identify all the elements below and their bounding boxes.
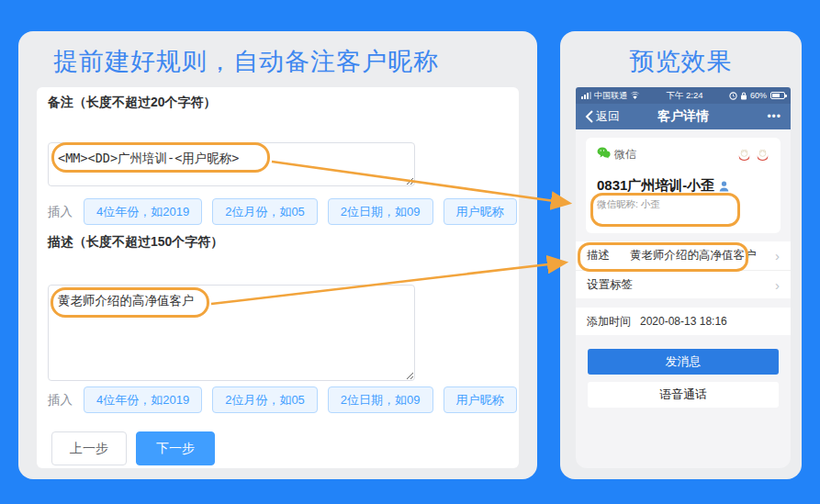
bowl-emoji-icon [737,149,751,161]
battery-icon [770,92,785,99]
signal-strength-icon [581,92,591,99]
remark-insert-row: 插入 4位年份，如2019 2位月份，如05 2位日期，如09 用户昵称 [48,198,517,225]
description-row[interactable]: 描述 黄老师介绍的高净值客户 › [576,241,791,270]
more-menu-button[interactable]: ••• [767,110,781,123]
back-button[interactable]: 返回 [585,108,620,125]
insert-nickname-button[interactable]: 用户昵称 [444,386,517,413]
phone-status-bar: 中国联通 下午 2:24 60% [576,87,791,104]
detail-rows: 描述 黄老师介绍的高净值客户 › 设置标签 › [576,241,791,298]
chevron-left-icon [585,110,593,123]
wizard-footer: 上一步 下一步 [51,431,215,465]
carrier-label: 中国联通 [594,90,627,102]
wechat-nickname: 微信昵称: 小歪 [597,198,769,211]
wechat-icon [597,147,611,159]
wifi-icon [630,92,640,100]
insert-day-button[interactable]: 2位日期，如09 [328,386,433,413]
back-label: 返回 [596,108,620,125]
phone-preview: 中国联通 下午 2:24 60% 返回 客户详情 [576,87,791,468]
insert-label: 插入 [48,392,73,409]
rule-form-card: 备注（长度不超过20个字符） <MM><DD>广州培训-<用户昵称> 插入 4位… [37,87,519,468]
added-time-value: 2020-08-13 18:16 [640,315,727,328]
wechat-label: 微信 [614,147,636,162]
clock-time: 下午 2:24 [643,90,726,102]
insert-month-button[interactable]: 2位月份，如05 [212,198,318,225]
insert-day-button[interactable]: 2位日期，如09 [328,198,433,225]
preview-panel: 预览效果 中国联通 下午 2:24 60% [560,31,802,479]
insert-month-button[interactable]: 2位月份，如05 [212,386,318,413]
insert-year-button[interactable]: 4位年份，如2019 [84,198,202,225]
next-step-button[interactable]: 下一步 [136,431,215,465]
description-label: 描述（长度不超过150个字符） [48,234,223,251]
bowl-emoji-icon [756,149,769,161]
remark-input[interactable]: <MM><DD>广州培训-<用户昵称> [48,142,415,186]
chevron-right-icon: › [775,278,780,292]
customer-name-row: 0831广州培训-小歪 [597,177,769,195]
wechat-profile-card: 微信 [586,138,781,233]
phone-content: 微信 [576,129,791,468]
alarm-clock-icon [729,92,737,100]
chevron-right-icon: › [775,249,780,263]
description-insert-row: 插入 4位年份，如2019 2位月份，如05 2位日期，如09 用户昵称 [48,386,517,413]
phone-nav-bar: 返回 客户详情 ••• [576,104,791,129]
emoji-decorations [737,149,769,161]
added-time-label: 添加时间 [587,314,631,330]
description-row-value: 黄老师介绍的高净值客户 [630,248,757,263]
insert-year-button[interactable]: 4位年份，如2019 [84,386,202,413]
rule-editor-title: 提前建好规则，自动备注客户昵称 [53,45,439,78]
remark-label: 备注（长度不超过20个字符） [48,95,217,111]
insert-nickname-button[interactable]: 用户昵称 [444,198,517,225]
previous-step-button[interactable]: 上一步 [51,431,127,465]
description-row-label: 描述 [587,248,610,263]
added-time-row: 添加时间 2020-08-13 18:16 [576,308,791,335]
customer-name: 0831广州培训-小歪 [597,177,714,195]
battery-percent: 60% [750,91,767,100]
rule-editor-panel: 提前建好规则，自动备注客户昵称 备注（长度不超过20个字符） <MM><DD>广… [18,31,537,479]
set-tags-row[interactable]: 设置标签 › [576,270,791,298]
set-tags-label: 设置标签 [587,277,633,293]
orientation-lock-icon [740,92,747,100]
voice-call-button[interactable]: 语音通话 [588,382,779,408]
person-icon [719,181,729,192]
insert-label: 插入 [48,204,73,220]
send-message-button[interactable]: 发消息 [588,349,779,375]
description-input[interactable]: 黄老师介绍的高净值客户 [48,285,415,381]
preview-title: 预览效果 [560,45,802,78]
